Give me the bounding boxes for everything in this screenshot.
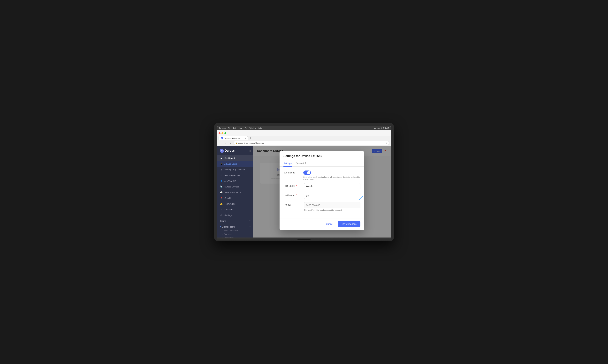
modal-body: Standalone ✓ Setting this watch as stand… [279,167,364,218]
standalone-toggle[interactable]: ✓ [303,170,311,175]
browser-tab-active[interactable]: D Dashboard | Duress × [219,136,248,140]
sidebar-item-manage-app-licenses[interactable]: ⊞ Manage App Licenses [217,167,253,172]
devices-icon: 📡 [220,185,223,188]
sidebar-item-label: All Emergencies [225,174,240,177]
team-sub-team-dashboard[interactable]: Team Dashboard [220,229,251,232]
sidebar-item-label: Are You Ok? [225,180,236,182]
modal-close-button[interactable]: × [358,154,360,158]
team-chevron-icon: ▾ [250,226,251,228]
example-team-header[interactable]: Example Team ▾ [220,225,251,229]
sidebar-item-label: Duress Devices [225,185,239,188]
settings-modal: Settings for Device ID: 8656 × Settings … [279,151,364,230]
app-users-icon: 📱 [220,163,223,165]
sidebar: D Duress ◁ ◆ Dashboard 📱 All App Users ⊞… [217,146,253,237]
back-button[interactable]: ‹ [219,141,223,145]
mac-status-bar: Mon Jun 22 9:41 AM [374,127,389,129]
tab-device-info[interactable]: Device Info [296,160,307,167]
team-sub-app-users[interactable]: App Users [220,232,251,236]
traffic-lights [219,132,226,134]
last-name-wrap: change name here [304,193,360,199]
sidebar-item-label: All App Users [225,163,237,165]
sidebar-item-label: Checkins [225,197,233,199]
tab-settings[interactable]: Settings [283,160,292,167]
menu-view[interactable]: View [238,127,242,129]
fullscreen-window-button[interactable] [225,132,226,134]
logo-icon: D [220,149,224,153]
menu-file[interactable]: File [228,127,231,129]
first-name-row: First Name: * [283,183,360,189]
team-sub-emergencies[interactable]: Emergencies [220,236,251,237]
first-name-input[interactable] [304,183,360,189]
menu-browser[interactable]: Browser [219,127,226,129]
modal-title: Settings for Device ID: 8656 [283,154,322,158]
teams-chevron-icon: ▾ [249,220,251,222]
tab-close-button[interactable]: × [245,137,246,139]
forward-button[interactable]: › [224,141,228,145]
standalone-label: Standalone [283,171,301,174]
phone-label: Phone: [283,202,301,206]
last-name-required: * [296,194,297,196]
example-team-label: Example Team [222,226,235,228]
sidebar-item-all-emergencies[interactable]: ⚠ All Emergencies [217,172,253,178]
sidebar-item-duress-devices[interactable]: 📡 Duress Devices [217,184,253,190]
menu-edit[interactable]: Edit [233,127,236,129]
browser-chrome: D Dashboard | Duress × + ‹ › ↺ 🔒 account… [217,130,391,146]
are-you-ok-icon: 👤 [220,180,223,182]
last-name-input[interactable] [304,193,360,199]
laptop-base [217,237,391,241]
toggle-knob: ✓ [307,171,310,174]
sidebar-toggle-button[interactable]: ◁ [249,149,251,152]
teams-label: Teams [220,220,226,222]
sidebar-item-settings[interactable]: ⚙ Settings [217,212,253,218]
mac-os-bar: Browser File Edit View Go Window Help Mo… [217,126,391,130]
sms-icon: 💬 [220,191,223,194]
phone-input[interactable] [304,202,360,208]
menu-help[interactable]: Help [258,127,262,129]
cancel-button[interactable]: Cancel [323,221,336,227]
browser-toolbar [217,130,391,136]
tab-title: Dashboard | Duress [224,137,240,139]
first-name-required: * [296,184,297,187]
modal-tabs: Settings Device Info [279,160,364,167]
laptop-frame: Browser File Edit View Go Window Help Mo… [214,123,394,241]
logo-text: Duress [225,149,235,152]
team-dot [220,226,221,227]
new-tab-button[interactable]: + [249,136,252,140]
menu-go[interactable]: Go [245,127,247,129]
save-changes-button[interactable]: Save Changes [338,221,360,227]
sidebar-item-label: Manage App Licenses [225,169,245,171]
bookmark-icon[interactable]: ☆ [385,142,387,144]
address-bar[interactable]: 🔒 accounts.duress.com/dashboard ☆ [234,141,389,145]
sidebar-item-label: Locations [225,208,234,211]
last-name-row: Last Name: * [283,193,360,199]
licenses-icon: ⊞ [220,169,223,171]
sidebar-item-all-app-users[interactable]: 📱 All App Users [217,161,253,167]
minimize-window-button[interactable] [222,132,224,134]
phone-hint: The watch's mobile number cannot be chan… [304,209,360,211]
content-area: Dashboard Duress + New 📍 ⊞ Teams Create/… [253,146,391,237]
modal-header: Settings for Device ID: 8656 × [279,151,364,160]
first-name-wrap [304,183,360,189]
phone-row: Phone: The watch's mobile number cannot … [283,202,360,211]
sidebar-item-are-you-ok[interactable]: 👤 Are You Ok? [217,178,253,184]
last-name-label: Last Name: * [283,193,301,196]
menu-window[interactable]: Window [249,127,256,129]
close-window-button[interactable] [219,132,221,134]
sidebar-item-dashboard[interactable]: ◆ Dashboard [217,155,253,161]
sidebar-item-locations[interactable]: ○ Locations [217,207,253,212]
url-text: accounts.duress.com/dashboard [238,142,264,144]
logo: D Duress [220,149,235,153]
sidebar-item-label: SMS Notifications [225,191,241,194]
reload-button[interactable]: ↺ [229,141,233,145]
sidebar-item-sms-notifications[interactable]: 💬 SMS Notifications [217,190,253,195]
standalone-toggle-row: Standalone ✓ [283,170,360,175]
sidebar-item-checkins[interactable]: 📍 Checkins [217,195,253,201]
modal-footer: Cancel Save Changes [279,218,364,230]
first-name-label: First Name: * [283,183,301,187]
teams-section-header[interactable]: Teams ▾ [217,218,253,224]
locations-icon: ○ [220,208,223,211]
main-content: D Duress ◁ ◆ Dashboard 📱 All App Users ⊞… [217,146,391,237]
tab-bar: D Dashboard | Duress × + [217,136,391,140]
sidebar-item-team-alerts[interactable]: 🔔 Team Alerts [217,201,253,207]
address-bar-row: ‹ › ↺ 🔒 accounts.duress.com/dashboard ☆ [217,140,391,146]
